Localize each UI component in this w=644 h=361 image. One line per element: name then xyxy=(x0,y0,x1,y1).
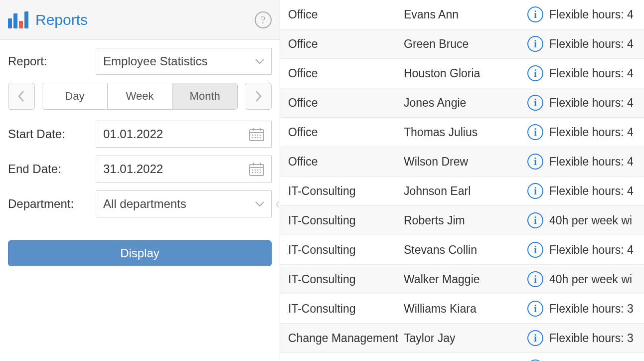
info-icon[interactable]: i xyxy=(527,36,543,52)
end-date-label: End Date: xyxy=(8,162,96,176)
schedule-text: Flexible hours: 3 xyxy=(549,332,634,345)
cell-schedule: iFlexible hours: 4 xyxy=(527,124,644,140)
chevron-down-icon xyxy=(255,201,264,207)
collapse-handle-icon[interactable] xyxy=(275,197,280,212)
calendar-icon xyxy=(249,127,264,141)
info-icon[interactable]: i xyxy=(527,330,543,346)
svg-point-16 xyxy=(252,170,254,171)
schedule-text: Flexible hours: 4 xyxy=(549,37,634,51)
cell-department: IT-Consulting xyxy=(280,243,404,257)
department-select-value: All departments xyxy=(103,197,186,211)
schedule-text: Flexible hours: 4 xyxy=(549,155,634,169)
cell-schedule: iFlexible hours: 3 xyxy=(527,330,644,346)
table-row: OfficeHouston GloriaiFlexible hours: 4 xyxy=(280,59,644,88)
info-icon[interactable]: i xyxy=(527,183,543,199)
cell-name: Houston Gloria xyxy=(404,67,527,80)
prev-period-button[interactable] xyxy=(8,83,35,110)
table-row: IT-ConsultingStevans ColliniFlexible hou… xyxy=(280,235,644,265)
cell-schedule: iFlexible hours: 4 xyxy=(527,65,644,81)
svg-point-17 xyxy=(255,170,256,171)
help-icon[interactable]: ? xyxy=(255,11,272,28)
report-label: Report: xyxy=(8,54,96,68)
results-table: OfficeEvans AnniFlexible hours: 4OfficeG… xyxy=(280,0,644,361)
calendar-icon xyxy=(249,162,264,176)
svg-point-8 xyxy=(252,137,254,139)
cell-schedule: iFlexible hours: 4 xyxy=(527,242,644,258)
sidebar: Reports ? Report: Employee Statistics Da… xyxy=(0,0,280,361)
schedule-text: 40h per week wi xyxy=(549,214,632,227)
table-row: IT-ConsultingJohnson EarliFlexible hours… xyxy=(280,177,644,206)
cell-schedule: iFlexible hours: 4 xyxy=(527,154,644,170)
cell-name: Evans Ann xyxy=(404,8,527,21)
display-button[interactable]: Display xyxy=(8,240,272,266)
schedule-text: Flexible hours: 3 xyxy=(549,302,634,316)
table-row: OfficeEvans AnniFlexible hours: 4 xyxy=(280,0,644,29)
info-icon[interactable]: i xyxy=(527,242,543,258)
cell-department: IT-Consulting xyxy=(280,184,404,198)
schedule-text: Flexible hours: 4 xyxy=(549,67,634,80)
cell-schedule: iFlexible hours: 4 xyxy=(527,183,644,199)
svg-point-9 xyxy=(255,137,256,139)
period-month[interactable]: Month xyxy=(172,83,237,109)
svg-rect-0 xyxy=(250,130,264,141)
chevron-down-icon xyxy=(255,58,264,64)
cell-schedule: iFlexible hours: 4 xyxy=(527,95,644,111)
cell-schedule: iFlexible hours: 4 xyxy=(527,36,644,52)
cell-department: IT-Consulting xyxy=(280,273,404,286)
sidebar-header: Reports ? xyxy=(0,0,280,40)
cell-department: Office xyxy=(280,67,404,80)
table-row: OfficeJones AngieiFlexible hours: 4 xyxy=(280,88,644,118)
table-row: IT-ConsultingWalker Maggiei40h per week … xyxy=(280,265,644,294)
info-icon[interactable]: i xyxy=(527,301,543,317)
cell-department: Office xyxy=(280,155,404,169)
info-icon[interactable]: i xyxy=(527,212,543,228)
cell-name: Roberts Jim xyxy=(404,214,527,227)
cell-department: Office xyxy=(280,37,404,51)
cell-schedule: iFlexible hours: 4 xyxy=(527,6,644,22)
start-date-input[interactable]: 01.01.2022 xyxy=(96,121,272,148)
svg-point-4 xyxy=(252,135,254,136)
svg-point-22 xyxy=(257,172,259,174)
cell-department: Office xyxy=(280,126,404,139)
info-icon[interactable]: i xyxy=(527,65,543,81)
cell-department: IT-Consulting xyxy=(280,302,404,316)
cell-name: Thomas Julius xyxy=(404,126,527,139)
table-row: OfficeThomas JuliusiFlexible hours: 4 xyxy=(280,118,644,147)
cell-name: Johnson Earl xyxy=(404,184,527,198)
period-week[interactable]: Week xyxy=(108,83,173,109)
table-row: IT-ConsultingWilliams KiaraiFlexible hou… xyxy=(280,294,644,324)
cell-department: Office xyxy=(280,96,404,110)
next-period-button[interactable] xyxy=(245,83,272,110)
info-icon[interactable]: i xyxy=(527,271,543,287)
table-row: Change ManagementTaylor JayiFlexible hou… xyxy=(280,324,644,353)
cell-name: Williams Kiara xyxy=(404,302,527,316)
page-title: Reports xyxy=(35,11,88,28)
svg-rect-12 xyxy=(250,165,264,176)
cell-department: Office xyxy=(280,8,404,21)
info-icon[interactable]: i xyxy=(527,154,543,170)
svg-point-11 xyxy=(260,137,261,139)
report-select[interactable]: Employee Statistics xyxy=(96,48,272,75)
schedule-text: Flexible hours: 4 xyxy=(549,184,634,198)
table-row: OfficeGreen BruceiFlexible hours: 4 xyxy=(280,29,644,59)
schedule-text: Flexible hours: 4 xyxy=(549,8,634,21)
department-select[interactable]: All departments xyxy=(96,190,272,217)
svg-point-23 xyxy=(260,172,261,174)
cell-schedule: i40h per week wi xyxy=(527,271,644,287)
svg-point-18 xyxy=(257,170,259,171)
svg-point-20 xyxy=(252,172,254,174)
svg-point-6 xyxy=(257,135,259,136)
svg-point-5 xyxy=(255,135,256,136)
end-date-input[interactable]: 31.01.2022 xyxy=(96,156,272,182)
table-row: OfficeWilson DrewiFlexible hours: 4 xyxy=(280,147,644,177)
report-form: Report: Employee Statistics Day Week Mon… xyxy=(0,40,280,274)
info-icon[interactable]: i xyxy=(527,124,543,140)
schedule-text: 40h per week wi xyxy=(549,273,632,286)
svg-point-7 xyxy=(260,135,261,136)
info-icon[interactable]: i xyxy=(527,6,543,22)
report-select-value: Employee Statistics xyxy=(103,54,207,68)
schedule-text: Flexible hours: 4 xyxy=(549,96,634,110)
end-date-value: 31.01.2022 xyxy=(103,162,163,176)
period-day[interactable]: Day xyxy=(42,83,108,109)
info-icon[interactable]: i xyxy=(527,95,543,111)
